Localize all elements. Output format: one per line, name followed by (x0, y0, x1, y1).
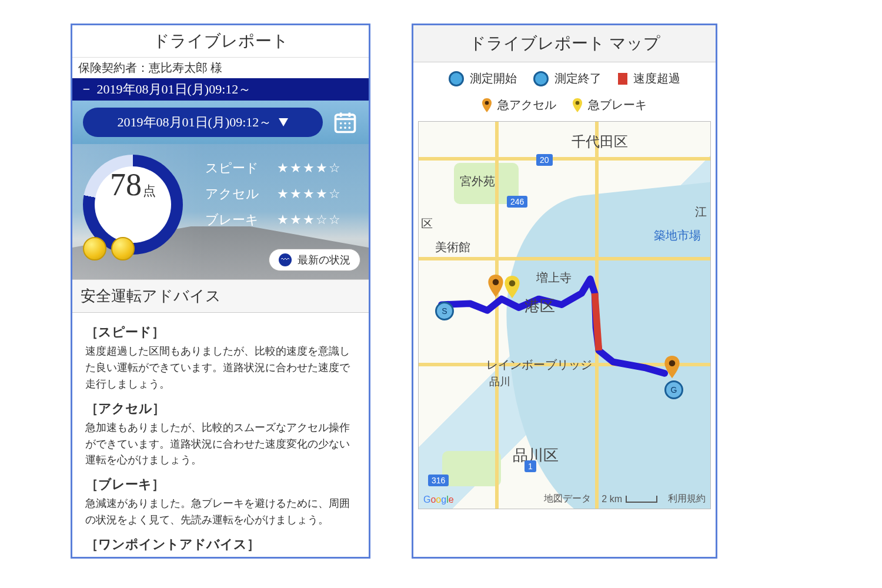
start-marker[interactable]: S (435, 302, 454, 320)
map-label-shinagawa2: 品川 (489, 375, 510, 389)
table-row: アクセル★★★★☆ (197, 182, 350, 206)
date-selector-row: 2019年08月01日(月)09:12～ (72, 101, 369, 144)
legend-hard-accel-label: 急アクセル (497, 97, 556, 113)
svg-point-10 (485, 101, 489, 105)
score-unit: 点 (143, 182, 156, 200)
end-marker-icon (533, 71, 549, 86)
route-tag: 1 (524, 460, 536, 472)
route-tag: 316 (428, 475, 449, 486)
date-dropdown[interactable]: 2019年08月01日(月)09:12～ (83, 108, 323, 137)
advice-body: ［スピード］ 速度超過した区間もありましたが、比較的速度を意識した良い運転ができ… (72, 313, 369, 557)
metric-label: ブレーキ (197, 208, 268, 232)
advice-accel-body: 急加速もありましたが、比較的スムーズなアクセル操作ができています。道路状況に合わ… (85, 420, 356, 469)
stage: ドライブレポート 保険契約者：恵比寿太郎 様 − 2019年08月01日(月)0… (0, 0, 882, 582)
drive-report-map-panel: ドライブレポート マップ 測定開始 測定終了 速度超過 急アクセル 急ブレーキ (412, 24, 717, 559)
latest-status-button[interactable]: 〰 最新の状況 (269, 249, 360, 271)
map-label-zojoji: 増上寺 (536, 270, 572, 286)
collapse-icon[interactable]: − (79, 82, 93, 97)
table-row: ブレーキ★★★☆☆ (197, 208, 350, 232)
contract-holder: 保険契約者：恵比寿太郎 様 (72, 58, 369, 78)
map-data-label[interactable]: 地図データ (544, 493, 591, 505)
advice-header: 安全運転アドバイス (72, 279, 369, 313)
map-attribution: Google (423, 495, 454, 505)
legend-start-label: 測定開始 (470, 71, 517, 86)
advice-speed-body: 速度超過した区間もありましたが、比較的速度を意識した良い運転ができています。道路… (85, 343, 356, 393)
svg-point-5 (344, 122, 346, 125)
svg-point-9 (349, 126, 351, 129)
score-hero: 78 点 スピード★★★★☆ アクセル★★★★☆ ブレーキ★★★☆☆ 〰 最新の… (72, 144, 369, 279)
medal-icon (83, 237, 106, 260)
map-legend: 測定開始 測定終了 速度超過 急アクセル 急ブレーキ (413, 62, 716, 121)
advice-speed-title: ［スピード］ (85, 323, 356, 341)
map-label-minato: 港区 (524, 296, 555, 316)
map-terms-link[interactable]: 利用規約 (668, 493, 706, 505)
svg-point-13 (493, 279, 499, 285)
legend-hard-accel: 急アクセル (482, 97, 556, 113)
advice-brake-title: ［ブレーキ］ (85, 476, 356, 493)
svg-point-15 (669, 360, 676, 366)
map-label-ku: 区 (421, 216, 433, 232)
map-label-jingu: 宮外苑 (460, 173, 495, 189)
route-tag: 246 (507, 196, 527, 208)
start-marker-icon (449, 71, 464, 86)
map-footer: 地図データ 2 km 利用規約 (544, 493, 706, 505)
route-tag: 20 (536, 154, 553, 166)
advice-brake-body: 急減速がありました。急ブレーキを避けるために、周囲の状況をよく見て、先読み運転を… (85, 496, 356, 529)
legend-end: 測定終了 (533, 71, 602, 86)
chevron-down-icon (279, 118, 288, 126)
legend-overspeed: 速度超過 (618, 71, 680, 86)
calendar-icon[interactable] (332, 109, 358, 135)
chart-line-icon: 〰 (279, 253, 292, 266)
legend-end-label: 測定終了 (554, 71, 602, 86)
route-map[interactable]: 千代田区 宮外苑 区 美術館 築地市場 増上寺 港区 レインボーブリッジ 品川 … (418, 121, 711, 509)
map-label-rainbow: レインボーブリッジ (486, 357, 592, 373)
pin-hard-brake[interactable] (505, 276, 520, 298)
date-header-row[interactable]: − 2019年08月01日(月)09:12～ (72, 78, 369, 101)
advice-accel-title: ［アクセル］ (85, 400, 356, 417)
metric-label: スピード (197, 156, 268, 181)
metric-stars: ★★★★☆ (269, 156, 350, 181)
pin-orange-icon (482, 98, 492, 112)
map-scale-label: 2 km (602, 494, 622, 505)
date-dropdown-label: 2019年08月01日(月)09:12～ (118, 113, 272, 131)
medals (83, 237, 135, 260)
metric-stars: ★★★★☆ (269, 182, 350, 206)
map-label-chiyoda: 千代田区 (572, 132, 628, 151)
svg-point-8 (344, 126, 346, 129)
legend-start: 測定開始 (449, 71, 517, 86)
svg-point-14 (509, 280, 516, 286)
svg-point-11 (576, 101, 580, 105)
end-marker[interactable]: G (664, 380, 683, 399)
map-label-museum: 美術館 (435, 239, 470, 255)
svg-point-4 (340, 122, 342, 125)
map-label-e: 江 (695, 204, 707, 220)
map-label-tsukiji: 築地市場 (654, 228, 701, 243)
svg-point-7 (340, 126, 342, 129)
drive-report-panel: ドライブレポート 保険契約者：恵比寿太郎 様 − 2019年08月01日(月)0… (71, 24, 370, 559)
metric-stars: ★★★☆☆ (269, 208, 350, 232)
map-scale: 2 km (602, 494, 657, 505)
report-title: ドライブレポート (72, 25, 369, 58)
medal-icon (111, 237, 135, 260)
scale-bar-icon (626, 496, 657, 503)
pin-yellow-icon (573, 98, 582, 112)
score-value: 78 (110, 166, 142, 203)
metrics-table: スピード★★★★☆ アクセル★★★★☆ ブレーキ★★★☆☆ (196, 155, 351, 233)
advice-tip-title: ［ワンポイントアドバイス］ (85, 536, 356, 553)
legend-hard-brake-label: 急ブレーキ (588, 97, 647, 113)
pin-hard-accel[interactable] (488, 275, 503, 297)
overspeed-icon (618, 73, 627, 85)
map-title: ドライブレポート マップ (413, 25, 716, 62)
pin-hard-accel[interactable] (664, 356, 680, 378)
metric-label: アクセル (197, 182, 268, 206)
table-row: スピード★★★★☆ (197, 156, 350, 181)
svg-point-6 (349, 122, 351, 125)
latest-status-label: 最新の状況 (298, 253, 350, 267)
date-header-text: 2019年08月01日(月)09:12～ (97, 82, 252, 96)
svg-line-12 (595, 293, 599, 350)
legend-hard-brake: 急ブレーキ (573, 97, 647, 113)
legend-overspeed-label: 速度超過 (633, 71, 680, 86)
